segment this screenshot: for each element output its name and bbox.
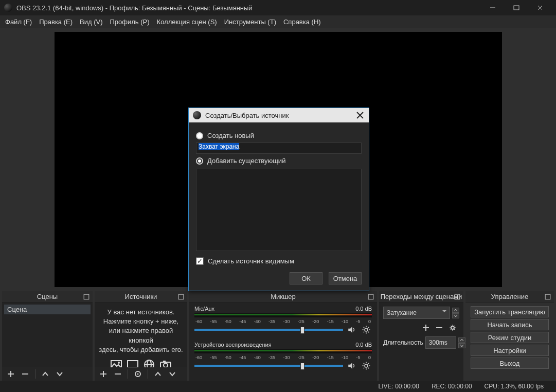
ok-button[interactable]: ОК [290,272,322,284]
scenes-header: Сцены [2,291,93,302]
scenes-list[interactable]: Сцена [2,302,93,381]
dialog-titlebar[interactable]: Создать/Выбрать источник [189,108,369,122]
svg-rect-11 [128,361,138,367]
transitions-body: Затухание Длительность 300ms [379,302,463,381]
svg-rect-8 [178,294,184,299]
menu-edit[interactable]: Правка (E) [39,18,73,26]
add-scene-button[interactable] [6,369,15,379]
duration-value[interactable]: 300ms [425,336,456,349]
mixer-ch-name: Mic/Aux [194,306,214,312]
scenes-dock: Сцены Сцена [2,291,93,381]
duration-up-icon[interactable] [458,337,465,343]
svg-point-27 [365,328,368,331]
sources-header: Источники [95,291,187,302]
gear-icon[interactable] [361,360,372,371]
settings-button[interactable]: Настройки [471,345,549,356]
checkbox-icon: ✓ [196,257,204,265]
scenes-popout-icon[interactable] [83,294,89,300]
mixer-volume-slider[interactable] [194,365,343,367]
transition-down-icon[interactable] [452,313,459,318]
titlebar: OBS 23.2.1 (64-bit, windows) - Профиль: … [0,0,556,15]
mixer-meter [194,349,372,353]
transition-settings-button[interactable] [448,323,457,332]
docks-row: Сцены Сцена Источники У вас нет источник… [0,291,556,381]
duration-label: Длительность [383,339,423,346]
scene-up-button[interactable] [41,369,50,379]
dialog-close-button[interactable] [355,111,365,120]
mixer-ticks: -60-55-50-45-40-35-30-25-20-15-10-50 [194,319,372,324]
add-source-button[interactable] [99,369,108,379]
start-record-button[interactable]: Начать запись [471,319,549,330]
minimize-button[interactable] [481,0,505,15]
radio-create-new-label: Создать новый [207,132,254,139]
menu-help[interactable]: Справка (H) [283,18,321,26]
gear-icon[interactable] [361,324,372,335]
exit-button[interactable]: Выход [471,358,549,369]
menu-profile[interactable]: Профиль (P) [110,18,150,26]
source-props-button[interactable] [133,369,142,379]
cancel-button[interactable]: Отмена [329,272,362,284]
radio-icon [196,132,203,139]
remove-transition-button[interactable] [435,323,444,332]
menubar: Файл (F) Правка (E) Вид (V) Профиль (P) … [0,15,556,28]
sources-body[interactable]: У вас нет источников. Нажмите кнопку + н… [95,302,187,381]
source-name-input[interactable]: Захват экрана [196,142,362,154]
svg-rect-25 [368,294,373,299]
existing-sources-list[interactable] [196,169,362,251]
controls-body: Запустить трансляцию Начать запись Режим… [465,302,554,381]
radio-add-existing[interactable]: Добавить существующий [196,157,362,165]
menu-scene-collection[interactable]: Коллекция сцен (S) [157,18,217,26]
transitions-popout-icon[interactable] [454,294,460,300]
radio-add-existing-label: Добавить существующий [207,157,285,165]
transition-select[interactable]: Затухание [383,307,450,319]
separator [128,369,128,379]
remove-source-button[interactable] [113,369,122,379]
duration-down-icon[interactable] [458,343,465,348]
mixer-dock: Микшер Mic/Aux 0.0 dB -60-55-50-45-40-35… [189,291,377,381]
svg-rect-19 [163,361,166,362]
svg-rect-4 [84,294,89,299]
sources-title: Источники [125,293,157,300]
studio-mode-button[interactable]: Режим студии [471,332,549,343]
mute-icon[interactable] [346,360,357,371]
mute-icon[interactable] [346,324,357,335]
mixer-channel: Mic/Aux 0.0 dB -60-55-50-45-40-35-30-25-… [191,305,375,336]
sources-popout-icon[interactable] [178,294,184,300]
source-down-button[interactable] [168,369,177,379]
controls-header: Управление [465,291,554,302]
svg-rect-35 [545,294,550,299]
menu-view[interactable]: Вид (V) [80,18,102,26]
transition-up-icon[interactable] [452,308,459,313]
source-up-button[interactable] [153,369,163,379]
mixer-meter [194,313,372,317]
svg-point-18 [164,363,168,367]
controls-popout-icon[interactable] [545,294,551,300]
menu-file[interactable]: Файл (F) [5,18,32,26]
maximize-button[interactable] [505,0,528,15]
scene-item[interactable]: Сцена [4,305,91,314]
svg-rect-30 [455,294,460,299]
transitions-title: Переходы между сценами [381,293,462,300]
scene-down-button[interactable] [55,369,64,379]
remove-scene-button[interactable] [21,369,30,379]
radio-create-new[interactable]: Создать новый [196,132,362,139]
close-button[interactable] [528,0,552,15]
controls-title: Управление [491,293,528,300]
menu-tools[interactable]: Инструменты (T) [224,18,276,26]
status-live: LIVE: 00:00:00 [378,383,419,390]
svg-point-10 [118,362,120,364]
app-icon [4,4,12,12]
make-visible-checkbox[interactable]: ✓ Сделать источник видимым [196,257,362,265]
mixer-volume-slider[interactable] [194,329,343,331]
sources-dock: Источники У вас нет источников. Нажмите … [95,291,187,381]
mixer-body: Mic/Aux 0.0 dB -60-55-50-45-40-35-30-25-… [189,302,377,381]
start-stream-button[interactable]: Запустить трансляцию [471,306,549,317]
radio-icon [196,157,203,165]
add-transition-button[interactable] [421,323,431,332]
transitions-header: Переходы между сценами [379,291,463,302]
svg-marker-26 [348,327,352,333]
svg-point-24 [137,373,139,375]
statusbar: LIVE: 00:00:00 REC: 00:00:00 CPU: 1.3%, … [0,381,556,392]
svg-point-29 [365,364,368,367]
mixer-popout-icon[interactable] [368,294,374,300]
